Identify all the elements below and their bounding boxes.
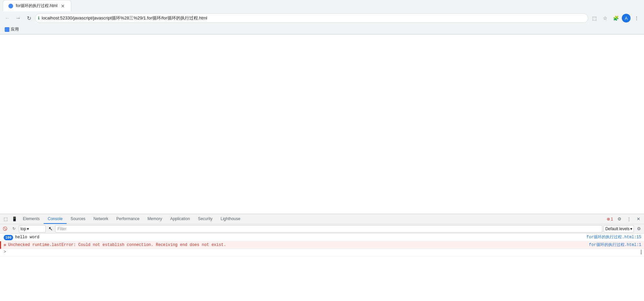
tab-network[interactable]: Network <box>89 214 112 224</box>
pointer-cursor-icon: ↖ <box>48 225 53 232</box>
tab-lighthouse[interactable]: Lighthouse <box>216 214 244 224</box>
devtools-more-button[interactable]: ⋮ <box>625 215 633 223</box>
console-toolbar: 🚫 ↻ top ▾ ↖ Default levels ▾ ⚙ <box>0 224 644 234</box>
console-refresh-button[interactable]: ↻ <box>10 225 17 233</box>
devtools-right-controls: ⊗ 1 ⚙ ⋮ ✕ <box>605 215 643 223</box>
tab-close-button[interactable]: ✕ <box>60 3 66 9</box>
tab-application[interactable]: Application <box>166 214 194 224</box>
console-row-input[interactable]: > <box>0 249 644 256</box>
context-value: top <box>21 227 26 231</box>
context-dropdown-icon: ▾ <box>27 227 29 231</box>
devtools-topbar: ⬚ 📱 Elements Console Sources Network Per… <box>0 214 644 224</box>
profile-avatar[interactable]: A <box>622 14 631 22</box>
devtools-settings-button[interactable]: ⚙ <box>615 215 624 223</box>
console-row-log: 100 hello word for循环的执行过程.html:15 <box>0 234 644 241</box>
menu-button[interactable]: ⋮ <box>632 13 641 23</box>
devtools-inspect-button[interactable]: ⬚ <box>1 215 10 223</box>
console-settings-button[interactable]: ⚙ <box>635 225 643 233</box>
console-cursor <box>641 250 641 254</box>
tab-memory[interactable]: Memory <box>144 214 166 224</box>
url-text: localhost:52330/javascript/javascript循环%… <box>42 15 585 21</box>
tab-title: for循环的执行过程.html <box>16 3 57 9</box>
console-row-error: ⊗ Unchecked runtime.lastError: Could not… <box>0 241 644 249</box>
console-prompt: > <box>4 250 6 254</box>
bookmark-button[interactable]: ☆ <box>600 13 610 23</box>
extensions-button[interactable]: 🧩 <box>611 13 620 23</box>
reload-button[interactable]: ↻ <box>24 13 34 23</box>
page-content <box>0 35 644 214</box>
devtools-panel: ⬚ 📱 Elements Console Sources Network Per… <box>0 214 644 301</box>
levels-dropdown-icon: ▾ <box>630 227 632 231</box>
devtools-close-button[interactable]: ✕ <box>634 215 643 223</box>
default-levels-selector[interactable]: Default levels ▾ <box>604 225 634 233</box>
bookmarks-bar: 应用 <box>0 25 644 34</box>
browser-chrome: for循环的执行过程.html ✕ ← → ↻ ℹ localhost:5233… <box>0 0 644 35</box>
console-filter-input[interactable] <box>55 225 602 233</box>
context-selector[interactable]: top ▾ <box>19 225 46 233</box>
console-error-text: Unchecked runtime.lastError: Could not e… <box>8 242 589 248</box>
tab-console[interactable]: Console <box>44 214 67 224</box>
log-count-badge: 100 <box>4 235 13 240</box>
devtools-device-button[interactable]: 📱 <box>10 215 19 223</box>
tab-security[interactable]: Security <box>194 214 216 224</box>
error-count: 1 <box>611 217 613 221</box>
forward-button[interactable]: → <box>13 13 23 23</box>
active-tab[interactable]: for循环的执行过程.html ✕ <box>3 0 71 11</box>
address-bar[interactable]: ℹ localhost:52330/javascript/javascript循… <box>35 13 588 23</box>
tab-sources[interactable]: Sources <box>67 214 89 224</box>
tab-favicon <box>8 4 13 8</box>
tab-performance[interactable]: Performance <box>112 214 144 224</box>
devtools-tabs: Elements Console Sources Network Perform… <box>19 214 605 224</box>
console-log-link[interactable]: for循环的执行过程.html:15 <box>587 234 641 240</box>
screenshot-button[interactable]: ⬚ <box>590 13 599 23</box>
console-error-link[interactable]: for循环的执行过程.html:1 <box>589 242 641 248</box>
navigation-toolbar: ← → ↻ ℹ localhost:52330/javascript/javas… <box>0 11 644 25</box>
console-output: 100 hello word for循环的执行过程.html:15 ⊗ Unch… <box>0 234 644 301</box>
console-clear-button[interactable]: 🚫 <box>1 225 9 233</box>
error-row-icon: ⊗ <box>4 243 6 248</box>
bookmarks-apps-item[interactable]: 应用 <box>3 26 21 33</box>
apps-icon <box>5 27 9 32</box>
security-icon: ℹ <box>38 16 40 20</box>
back-button[interactable]: ← <box>3 13 12 23</box>
bookmarks-apps-label: 应用 <box>11 27 19 32</box>
default-levels-label: Default levels <box>605 227 630 231</box>
error-badge: ⊗ 1 <box>605 216 614 222</box>
console-log-text: hello word <box>15 234 587 240</box>
cursor-area: ↖ <box>47 225 54 233</box>
tab-bar: for循环的执行过程.html ✕ <box>0 0 644 11</box>
toolbar-right: ⬚ ☆ 🧩 A ⋮ <box>590 13 641 23</box>
error-circle-icon: ⊗ <box>607 217 610 221</box>
tab-elements[interactable]: Elements <box>19 214 44 224</box>
